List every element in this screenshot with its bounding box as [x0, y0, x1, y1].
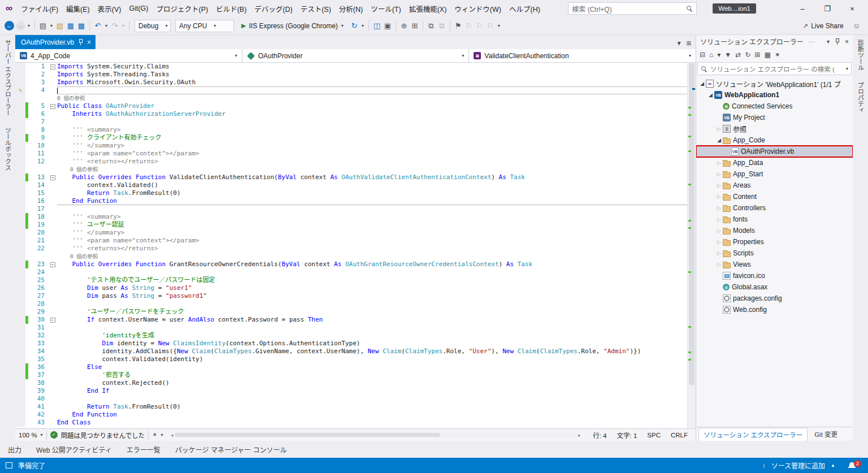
refresh-icon[interactable]: ↻	[745, 51, 750, 59]
code-line[interactable]: 21 ''' <param name="context"></param>	[15, 237, 687, 245]
quick-search-box[interactable]: 検索 (Ctrl+Q)	[568, 2, 697, 15]
new-file-dropdown-icon[interactable]: ▾	[49, 21, 54, 31]
code-line[interactable]: 7	[15, 118, 687, 126]
code-line[interactable]: 30− If context.UserName = user AndAlso c…	[15, 316, 687, 324]
sync-with-active-document-icon[interactable]: ⇄	[735, 51, 741, 59]
code-line[interactable]: 43End Class	[15, 419, 687, 427]
document-tab-oauthprovider[interactable]: OAuthProvider.vb ×	[15, 35, 96, 49]
tree-item-models[interactable]: ▷Models	[696, 225, 853, 236]
uncomment-icon[interactable]: ⧉	[437, 21, 447, 31]
tree-item-packages-config[interactable]: packages.config	[696, 293, 853, 304]
tree-item-content[interactable]: ▷Content	[696, 191, 853, 202]
code-line[interactable]: 22 ''' <returns></returns>	[15, 245, 687, 253]
tree-item-areas[interactable]: ▷Areas	[696, 180, 853, 191]
expander-icon[interactable]: ◢	[715, 137, 723, 143]
bottom-panel-tab[interactable]: 出力	[8, 445, 21, 454]
expander-icon[interactable]: ◢	[698, 81, 706, 86]
close-icon[interactable]: ×	[87, 38, 91, 46]
menu-item[interactable]: 拡張機能(X)	[405, 1, 451, 16]
tree-item-controllers[interactable]: ▷Controllers	[696, 202, 853, 214]
codelens-row[interactable]: 0 個の参照	[15, 94, 687, 102]
solution-explorer-title-bar[interactable]: ソリューション エクスプローラー ⋯ ▾ ×	[696, 35, 853, 48]
solution-explorer-search-box[interactable]: ソリューション エクスプローラー の検索 ( ▾	[697, 62, 852, 75]
code-line[interactable]: 42 End Function	[15, 411, 687, 419]
code-cleanup-icon[interactable]: ✶	[152, 431, 157, 439]
menu-item[interactable]: ウィンドウ(W)	[450, 1, 505, 16]
tree-item-web-config[interactable]: Web.config	[696, 304, 853, 315]
expander-icon[interactable]: ▷	[715, 126, 723, 132]
horizontal-scroll-thumb[interactable]	[175, 433, 440, 437]
undo-icon[interactable]: ↶	[93, 21, 103, 31]
right-strip-tab[interactable]: 診断ツール	[856, 40, 865, 71]
code-line[interactable]: 10 ''' </summary>	[15, 142, 687, 150]
code-line[interactable]: 18 ''' <summary>	[15, 213, 687, 221]
menu-item[interactable]: ファイル(F)	[17, 1, 62, 16]
navigate-backward-icon[interactable]: ←	[5, 21, 14, 31]
line-ending-indicator[interactable]: CRLF	[671, 432, 688, 439]
scrollbar-thumb[interactable]	[689, 63, 695, 385]
code-line[interactable]: 35 context.Validated(identity)	[15, 355, 687, 363]
tree-item-webapplication1[interactable]: ◢VBWebApplication1	[696, 89, 853, 101]
code-line[interactable]: 39 End If	[15, 387, 687, 395]
toolbar-overflow-icon[interactable]: ▾	[496, 21, 502, 31]
line-indicator[interactable]: 行: 4	[593, 431, 606, 440]
scroll-right-icon[interactable]: ▸	[576, 432, 583, 438]
horizontal-scrollbar[interactable]: ◂ ▸	[168, 431, 583, 439]
tree-item--webapplication1-1-1-[interactable]: ◢∞ソリューション 'WebApplication1' (1/1 プ	[696, 78, 853, 89]
code-lines[interactable]: 1−Imports System.Security.Claims2Imports…	[15, 63, 687, 428]
clear-bookmarks-icon[interactable]: ⚐	[485, 21, 496, 31]
expander-icon[interactable]: ▷	[715, 171, 723, 177]
expander-icon[interactable]: ▷	[715, 216, 723, 222]
code-line[interactable]: 36 Else	[15, 363, 687, 371]
hot-reload-icon[interactable]: ↻	[349, 21, 359, 31]
background-tasks-icon[interactable]	[6, 462, 12, 468]
code-line[interactable]: 2Imports System.Threading.Tasks	[15, 71, 687, 79]
bookmark-icon[interactable]: ⚑	[453, 21, 463, 31]
code-line[interactable]: 23− Public Overrides Function GrantResou…	[15, 261, 687, 268]
left-strip-tab[interactable]: サーバー エクスプローラー	[3, 40, 12, 116]
menu-item[interactable]: 分析(N)	[335, 1, 367, 16]
code-line[interactable]: 3Imports Microsoft.Owin.Security.OAuth	[15, 79, 687, 86]
expander-icon[interactable]: ▷	[715, 194, 723, 199]
redo-icon[interactable]: ↷	[110, 21, 120, 31]
column-indicator[interactable]: 文字: 1	[617, 431, 637, 440]
find-in-files-icon[interactable]: ◫	[372, 21, 382, 31]
expander-icon[interactable]: ▷	[715, 262, 723, 267]
horizontal-scroll-track[interactable]	[175, 432, 576, 437]
comment-icon[interactable]: ⧉	[426, 21, 436, 31]
code-line[interactable]: 34 identity.AddClaims({New Claim(ClaimTy…	[15, 348, 687, 355]
menu-item[interactable]: 編集(E)	[62, 1, 94, 16]
feedback-icon[interactable]: ☺	[853, 21, 860, 30]
expander-icon[interactable]: ◢	[707, 92, 714, 98]
live-share-button[interactable]: ↗ Live Share	[802, 22, 843, 30]
left-strip-tab[interactable]: ツールボックス	[3, 127, 12, 171]
new-file-icon[interactable]: ▤	[38, 21, 48, 31]
navigate-forward-icon[interactable]: →	[16, 21, 25, 31]
code-line[interactable]: 5−Public Class OAuthProvider	[15, 102, 687, 110]
tree-item-fonts[interactable]: ▷fonts	[696, 214, 853, 225]
code-line[interactable]: 6 Inherits OAuthAuthorizationServerProvi…	[15, 110, 687, 118]
code-line[interactable]: 28	[15, 300, 687, 308]
window-menu-icon[interactable]: ▾	[827, 38, 830, 45]
code-line[interactable]: 12 ''' <returns></returns>	[15, 158, 687, 166]
code-line[interactable]: 20 ''' </summary>	[15, 229, 687, 237]
document-health-label[interactable]: 問題は見つかりませんでした	[61, 431, 145, 440]
code-line[interactable]: 40	[15, 395, 687, 403]
tree-item-app-code[interactable]: ◢App_Code	[696, 134, 853, 146]
nest-files-icon[interactable]: ⊞	[754, 51, 760, 59]
start-debugging-button[interactable]: ▶ IIS Express (Google Chrome) ▾	[239, 19, 346, 33]
add-to-source-control-button[interactable]: ソース管理に追加	[771, 461, 825, 470]
code-line[interactable]: 26 Dim user As String = "user1"	[15, 284, 687, 292]
attach-to-process-icon[interactable]: ⊕	[399, 21, 409, 31]
expander-icon[interactable]: ▷	[715, 160, 723, 166]
panel-tab-git-changes[interactable]: Git 変更	[810, 428, 842, 440]
code-line[interactable]: 9 ''' クライアント有効チェック	[15, 134, 687, 142]
properties-icon[interactable]: ✶	[775, 51, 780, 59]
menu-item[interactable]: ヘルプ(H)	[505, 1, 544, 16]
scroll-left-icon[interactable]: ◂	[168, 432, 175, 438]
undo-dropdown-icon[interactable]: ▾	[103, 21, 109, 31]
expander-icon[interactable]: ▷	[715, 239, 723, 245]
codelens-row[interactable]: 0 個の参照	[15, 253, 687, 261]
code-line[interactable]: 8 ''' <summary>	[15, 126, 687, 134]
code-line[interactable]: 24	[15, 268, 687, 276]
